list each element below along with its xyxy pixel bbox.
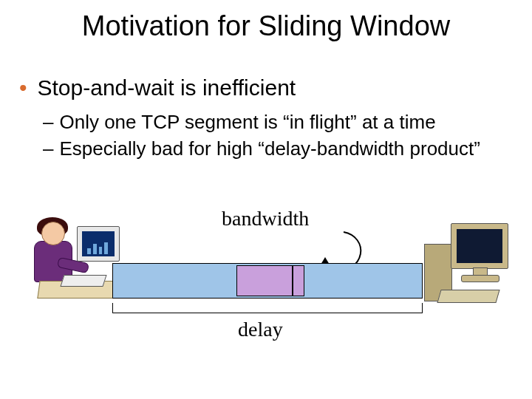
bullet-level2: –Only one TCP segment is “in flight” at … (43, 111, 436, 134)
receiver-base-icon (461, 275, 499, 282)
bullet-dot-icon: • (19, 75, 27, 100)
receiver-monitor-icon (451, 223, 508, 269)
packet-edge (293, 265, 304, 296)
sender-keyboard-icon (60, 275, 106, 287)
receiver-keyboard-icon (437, 290, 499, 303)
bullet-level2-text: Only one TCP segment is “in flight” at a… (59, 111, 435, 133)
bullet-level1-text: Stop-and-wait is inefficient (38, 75, 296, 100)
delay-label: delay (238, 318, 283, 341)
packet-in-flight (236, 265, 293, 296)
dash-icon: – (43, 137, 53, 160)
sender-monitor-bars-icon (87, 239, 108, 254)
bullet-level2: –Especially bad for high “delay-bandwidt… (43, 137, 480, 160)
delay-bracket-icon (112, 303, 423, 313)
user-head-icon (41, 222, 65, 245)
slide-title: Motivation for Sliding Window (0, 10, 532, 42)
bullet-level2-text: Especially bad for high “delay-bandwidth… (59, 137, 480, 160)
bullet-level1: •Stop-and-wait is inefficient (19, 75, 296, 100)
dash-icon: – (43, 111, 53, 133)
slide: Motivation for Sliding Window •Stop-and-… (0, 0, 532, 399)
bandwidth-label: bandwidth (222, 207, 309, 231)
